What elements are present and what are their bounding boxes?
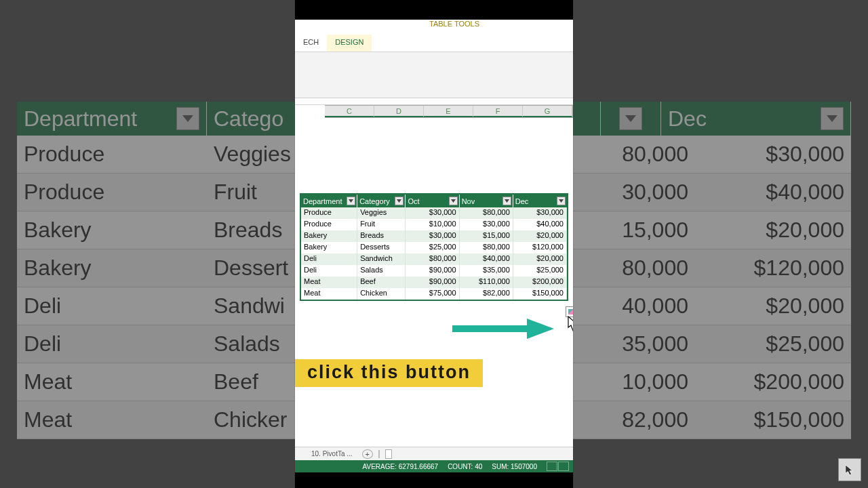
table-row[interactable]: ProduceVeggies$30,000$80,000$30,000 xyxy=(301,207,567,219)
cell: $80,000 xyxy=(460,242,513,253)
cell: $82,000 xyxy=(460,288,513,300)
svg-marker-5 xyxy=(397,199,401,203)
cell: Bakery xyxy=(301,242,357,253)
cell: $80,000 xyxy=(406,253,459,265)
cell: $20,000 xyxy=(513,253,567,265)
cell: Deli xyxy=(301,253,357,265)
view-mode-buttons[interactable] xyxy=(547,462,569,471)
svg-marker-6 xyxy=(451,199,456,203)
cell: $80,000 xyxy=(460,207,513,219)
status-sum-label: SUM: xyxy=(492,463,509,470)
status-bar: AVERAGE: 62791.66667 COUNT: 40 SUM: 1507… xyxy=(295,460,573,472)
filter-dropdown-icon[interactable] xyxy=(557,197,566,205)
phone-bottom-black-bar xyxy=(295,472,573,488)
cursor-icon xyxy=(568,316,573,335)
table-row[interactable]: MeatBeef$90,000$110,000$200,000 xyxy=(301,277,567,288)
table-row[interactable]: BakeryDesserts$25,000$80,000$120,000 xyxy=(301,242,567,253)
phone-crop: TABLE TOOLS ECH DESIGN C D E F G Departm… xyxy=(295,0,573,488)
status-average-value: 62791.66667 xyxy=(399,463,438,470)
view-layout-icon[interactable] xyxy=(558,462,569,471)
svg-marker-7 xyxy=(505,199,509,203)
filter-dropdown-icon[interactable] xyxy=(502,197,511,205)
formula-bar[interactable] xyxy=(295,98,573,105)
scroll-left-button[interactable] xyxy=(385,449,392,459)
ribbon-tab-partial[interactable]: ECH xyxy=(295,35,327,52)
svg-marker-3 xyxy=(846,465,853,475)
filter-dropdown-icon[interactable] xyxy=(449,197,458,205)
cell: Chicken xyxy=(357,288,406,300)
ribbon-tab-design[interactable]: DESIGN xyxy=(327,35,372,52)
cell: $30,000 xyxy=(406,207,459,219)
ribbon-tabs: ECH DESIGN xyxy=(295,35,573,52)
table-row[interactable]: MeatChicken$75,000$82,000$150,000 xyxy=(301,288,567,300)
cell: $15,000 xyxy=(460,230,513,242)
cell: $30,000 xyxy=(460,219,513,230)
cell: $200,000 xyxy=(513,277,567,288)
arrow-right-icon xyxy=(452,319,554,342)
cell: $25,000 xyxy=(513,265,567,277)
cell: Produce xyxy=(301,207,357,219)
svg-marker-9 xyxy=(568,317,573,331)
status-average-label: AVERAGE: xyxy=(363,463,397,470)
cell: $35,000 xyxy=(460,265,513,277)
cell: Salads xyxy=(357,265,406,277)
svg-rect-10 xyxy=(452,325,527,332)
col-header-c[interactable]: C xyxy=(325,106,374,117)
cell: Bakery xyxy=(301,230,357,242)
phone-top-black-bar xyxy=(295,0,573,20)
cell: Produce xyxy=(301,219,357,230)
svg-marker-11 xyxy=(527,319,554,339)
cell: $150,000 xyxy=(513,288,567,300)
col-header-e[interactable]: E xyxy=(424,106,473,117)
excel-table[interactable]: Department Category Oct Nov Dec ProduceV… xyxy=(300,193,568,301)
cell: $90,000 xyxy=(406,265,459,277)
cell: $90,000 xyxy=(406,277,459,288)
cell: Fruit xyxy=(357,219,406,230)
filter-dropdown-icon[interactable] xyxy=(395,197,403,205)
cell: Meat xyxy=(301,277,357,288)
cell: Sandwich xyxy=(357,253,406,265)
th-oct: Oct xyxy=(408,197,419,205)
table-row[interactable]: DeliSandwich$80,000$40,000$20,000 xyxy=(301,253,567,265)
cell: $120,000 xyxy=(513,242,567,253)
table-row[interactable]: ProduceFruit$10,000$30,000$40,000 xyxy=(301,219,567,230)
callout-label: click this button xyxy=(295,359,483,387)
status-sum-value: 1507000 xyxy=(511,463,537,470)
view-normal-icon[interactable] xyxy=(547,462,557,471)
add-sheet-button[interactable]: + xyxy=(362,449,373,459)
cell: $40,000 xyxy=(460,253,513,265)
th-nov: Nov xyxy=(462,197,475,205)
col-header-f[interactable]: F xyxy=(473,106,523,117)
cell: $25,000 xyxy=(406,242,459,253)
th-dec: Dec xyxy=(515,197,529,205)
table-header-row: Department Category Oct Nov Dec xyxy=(301,195,567,207)
cell: $110,000 xyxy=(460,277,513,288)
cell: $20,000 xyxy=(513,230,567,242)
col-header-d[interactable]: D xyxy=(374,106,424,117)
table-row[interactable]: DeliSalads$90,000$35,000$25,000 xyxy=(301,265,567,277)
status-count-label: COUNT: xyxy=(448,463,473,470)
th-department: Department xyxy=(303,197,342,205)
cell: $75,000 xyxy=(406,288,459,300)
cell: $30,000 xyxy=(513,207,567,219)
cell: Veggies xyxy=(357,207,406,219)
filter-dropdown-icon[interactable] xyxy=(347,197,355,205)
ribbon-contextual-title: TABLE TOOLS xyxy=(295,20,573,35)
sheet-tab-bar: 10. PivotTa ... + xyxy=(295,447,573,460)
ribbon-body xyxy=(295,52,573,98)
cell: $10,000 xyxy=(406,219,459,230)
sheet-tab[interactable]: 10. PivotTa ... xyxy=(307,449,357,459)
th-category: Category xyxy=(359,197,390,205)
cell: Beef xyxy=(357,277,406,288)
cell: $40,000 xyxy=(513,219,567,230)
cell: Meat xyxy=(301,288,357,300)
col-header-g[interactable]: G xyxy=(523,106,572,117)
column-headers: C D E F G xyxy=(325,105,573,118)
svg-marker-8 xyxy=(559,199,564,203)
cell: Desserts xyxy=(357,242,406,253)
cell: Breads xyxy=(357,230,406,242)
status-count-value: 40 xyxy=(475,463,482,470)
svg-marker-4 xyxy=(349,199,353,203)
cursor-icon xyxy=(838,458,861,481)
table-row[interactable]: BakeryBreads$30,000$15,000$20,000 xyxy=(301,230,567,242)
